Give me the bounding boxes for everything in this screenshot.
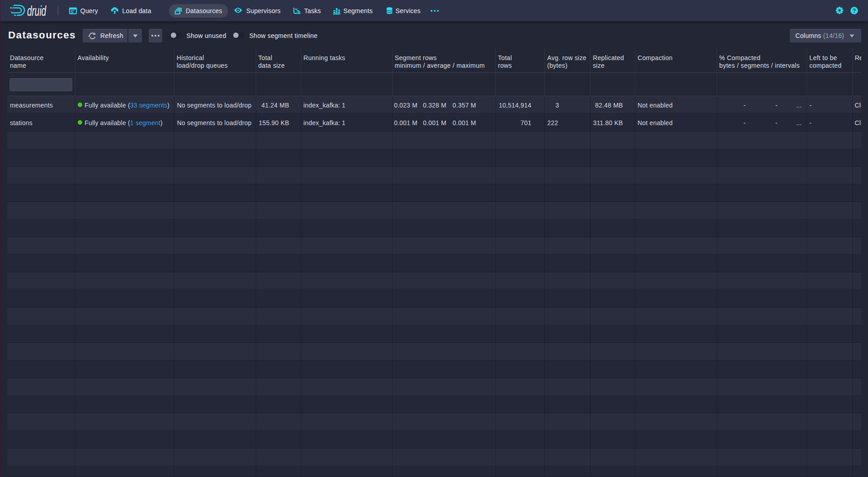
svg-text:?: ? [852,7,856,14]
